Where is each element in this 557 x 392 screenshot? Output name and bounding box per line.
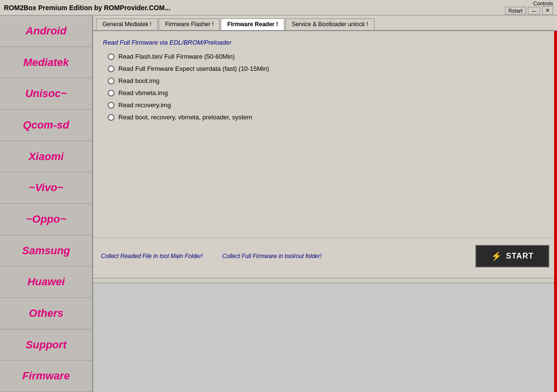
controls-label: Controls	[533, 0, 553, 6]
red-accent-bar	[554, 31, 557, 392]
main-layout: Android Mediatek Unisoc~ Qcom-sd Xiaomi …	[0, 16, 557, 392]
sidebar-item-mediatek[interactable]: Mediatek	[0, 47, 92, 79]
section-title: Read Full Firmware via EDL/BROM/Preloade…	[103, 39, 547, 46]
bottom-info: Collect Readed File in tool Main Folder!…	[101, 253, 322, 260]
radio-circle-6[interactable]	[108, 114, 115, 121]
sidebar: Android Mediatek Unisoc~ Qcom-sd Xiaomi …	[0, 16, 93, 392]
content-area: General Mediatek ! Firmware Flasher ! Fi…	[93, 16, 557, 392]
sidebar-item-support[interactable]: Support	[0, 329, 92, 361]
sidebar-item-others[interactable]: Others	[0, 298, 92, 329]
tab-service-bootloader[interactable]: Service & Bootloader unlock !	[285, 18, 374, 30]
title-bar: ROM2Box Premium Edition by ROMProvider.C…	[0, 0, 557, 16]
radio-item-2[interactable]: Read Full Firmware Expect userdata (fast…	[108, 65, 547, 72]
lightning-icon: ⚡	[491, 251, 502, 261]
radio-circle-3[interactable]	[108, 78, 115, 84]
tab-general-mediatek[interactable]: General Mediatek !	[96, 18, 158, 30]
radio-item-4[interactable]: Read vbmeta.img	[108, 89, 547, 97]
lower-panel	[93, 282, 557, 392]
tab-firmware-flasher[interactable]: Firmware Flasher !	[159, 18, 220, 30]
radio-circle-5[interactable]	[108, 102, 115, 109]
bottom-bar: Collect Readed File in tool Main Folder!…	[93, 238, 557, 274]
info-text-1: Collect Readed File in tool Main Folder!	[101, 253, 203, 260]
radio-label-2: Read Full Firmware Expect userdata (fast…	[118, 65, 269, 72]
radio-label-6: Read boot, recovery, vbmeta, preloader, …	[118, 114, 252, 121]
app-title: ROM2Box Premium Edition by ROMProvider.C…	[4, 4, 170, 12]
radio-item-6[interactable]: Read boot, recovery, vbmeta, preloader, …	[108, 114, 547, 121]
sidebar-item-firmware[interactable]: Firmware	[0, 360, 92, 392]
sidebar-item-unisoc[interactable]: Unisoc~	[0, 78, 92, 110]
minimize-button[interactable]: —	[528, 7, 540, 15]
separator	[93, 278, 557, 278]
radio-item-3[interactable]: Read boot.img	[108, 77, 547, 84]
radio-circle-4[interactable]	[108, 90, 115, 97]
radio-circle-2[interactable]	[108, 65, 115, 72]
sidebar-item-oppo[interactable]: ~Oppo~	[0, 204, 92, 235]
radio-label-3: Read boot.img	[118, 77, 160, 84]
sidebar-item-vivo[interactable]: ~Vivo~	[0, 172, 92, 204]
upper-content: Read Full Firmware via EDL/BROM/Preloade…	[93, 31, 557, 129]
radio-circle-1[interactable]	[108, 53, 115, 60]
tab-bar: General Mediatek ! Firmware Flasher ! Fi…	[93, 16, 557, 31]
sidebar-item-huawei[interactable]: Huawei	[0, 266, 92, 298]
sidebar-item-android[interactable]: Android	[0, 16, 92, 47]
radio-item-5[interactable]: Read recovery.img	[108, 101, 547, 109]
radio-item-1[interactable]: Read Flash.bin/ Full Firmware (50-60Min)	[108, 53, 547, 60]
sidebar-item-qcom-sd[interactable]: Qcom-sd	[0, 110, 92, 141]
tab-firmware-reader[interactable]: Firmware Reader !	[221, 18, 284, 30]
start-button[interactable]: ⚡ START	[475, 245, 549, 267]
sidebar-item-xiaomi[interactable]: Xiaomi	[0, 141, 92, 173]
radio-label-1: Read Flash.bin/ Full Firmware (50-60Min)	[118, 53, 235, 60]
radio-label-4: Read vbmeta.img	[118, 89, 168, 97]
controls-buttons: Rstart — ✕	[505, 6, 553, 15]
content-panel: Read Full Firmware via EDL/BROM/Preloade…	[93, 31, 557, 392]
sidebar-item-samsung[interactable]: Samsung	[0, 235, 92, 267]
close-button[interactable]: ✕	[542, 6, 553, 15]
start-button-label: START	[506, 252, 534, 261]
radio-label-5: Read recovery.img	[118, 101, 171, 109]
radio-group: Read Flash.bin/ Full Firmware (50-60Min)…	[108, 53, 547, 121]
restart-button[interactable]: Rstart	[505, 7, 526, 15]
info-text-2: Collect Full Firmware in tool/out folder…	[222, 253, 322, 260]
controls-area: Controls Rstart — ✕	[505, 0, 553, 15]
content-spacer	[93, 129, 557, 238]
